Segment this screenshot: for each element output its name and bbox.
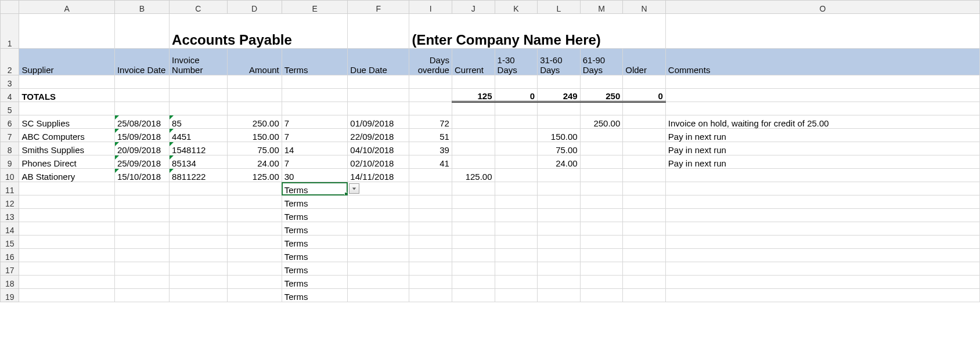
cell-invoice-number[interactable]: 85134	[170, 155, 228, 169]
data-validation-dropdown-button[interactable]	[349, 183, 359, 194]
cell-current[interactable]: 125.00	[452, 169, 495, 182]
cell-current[interactable]	[452, 115, 495, 129]
cell-due-date[interactable]: 04/10/2018	[348, 142, 409, 155]
cell-terms-placeholder[interactable]: Terms	[282, 236, 348, 249]
cell-supplier[interactable]: Smiths Supplies	[19, 142, 114, 155]
cell-supplier[interactable]: AB Stationery	[19, 169, 114, 182]
row-header-17[interactable]: 17	[1, 262, 19, 276]
spreadsheet-grid[interactable]: A B C D E F I J K L M N O 1 Accounts Pay…	[0, 0, 980, 302]
cell-current[interactable]	[452, 129, 495, 142]
totals-1-30[interactable]: 0	[495, 89, 538, 102]
cell-terms[interactable]: 30	[282, 169, 348, 182]
cell-terms-placeholder[interactable]: Terms	[282, 289, 348, 302]
header-invoice-date[interactable]: Invoice Date	[114, 49, 169, 75]
cell-supplier[interactable]: SC Supplies	[19, 115, 114, 129]
header-due-date[interactable]: Due Date	[348, 49, 409, 75]
cell-61-90[interactable]	[580, 129, 623, 142]
col-header-I[interactable]: I	[409, 1, 452, 14]
cell-older[interactable]	[623, 155, 666, 169]
cell-due-date[interactable]: 22/09/2018	[348, 129, 409, 142]
col-header-D[interactable]: D	[227, 1, 282, 14]
row-header-15[interactable]: 15	[1, 236, 19, 249]
cell-older[interactable]	[623, 129, 666, 142]
header-1-30-days[interactable]: 1-30 Days	[495, 49, 538, 75]
header-comments[interactable]: Comments	[665, 49, 979, 75]
col-header-N[interactable]: N	[623, 1, 666, 14]
cell-61-90[interactable]	[580, 169, 623, 182]
cell-older[interactable]	[623, 142, 666, 155]
cell-invoice-date[interactable]: 15/09/2018	[114, 129, 169, 142]
header-invoice-number[interactable]: Invoice Number	[170, 49, 228, 75]
cell-1-30[interactable]	[495, 169, 538, 182]
totals-label[interactable]: TOTALS	[19, 89, 114, 102]
cell-days-overdue[interactable]	[409, 169, 452, 182]
cell-31-60[interactable]: 24.00	[538, 155, 581, 169]
cell-terms-placeholder[interactable]: Terms	[282, 249, 348, 262]
col-header-K[interactable]: K	[495, 1, 538, 14]
col-header-M[interactable]: M	[580, 1, 623, 14]
col-header-J[interactable]: J	[452, 1, 495, 14]
cell-1-30[interactable]	[495, 155, 538, 169]
cell-31-60[interactable]	[538, 169, 581, 182]
totals-61-90[interactable]: 250	[580, 89, 623, 102]
cell-31-60[interactable]: 150.00	[538, 129, 581, 142]
cell-amount[interactable]: 250.00	[227, 115, 282, 129]
header-current[interactable]: Current	[452, 49, 495, 75]
row-header-18[interactable]: 18	[1, 276, 19, 289]
cell-A1[interactable]	[19, 14, 114, 49]
cell-days-overdue[interactable]: 51	[409, 129, 452, 142]
cell-due-date[interactable]: 14/11/2018	[348, 169, 409, 182]
cell-1-30[interactable]	[495, 129, 538, 142]
cell-31-60[interactable]: 75.00	[538, 142, 581, 155]
cell-amount[interactable]: 24.00	[227, 155, 282, 169]
cell-terms[interactable]: 7	[282, 129, 348, 142]
cell-B1[interactable]	[114, 14, 169, 49]
cell-invoice-number[interactable]: 8811222	[170, 169, 228, 182]
col-header-B[interactable]: B	[114, 1, 169, 14]
header-61-90-days[interactable]: 61-90 Days	[580, 49, 623, 75]
row-header-2[interactable]: 2	[1, 49, 19, 75]
sheet-title[interactable]: Accounts Payable	[170, 14, 348, 49]
header-31-60-days[interactable]: 31-60 Days	[538, 49, 581, 75]
cell-supplier[interactable]: Phones Direct	[19, 155, 114, 169]
cell-O1[interactable]	[665, 14, 979, 49]
row-header-4[interactable]: 4	[1, 89, 19, 102]
cell-invoice-number[interactable]: 1548112	[170, 142, 228, 155]
cell-days-overdue[interactable]: 41	[409, 155, 452, 169]
row-header-13[interactable]: 13	[1, 209, 19, 222]
col-header-F[interactable]: F	[348, 1, 409, 14]
col-header-O[interactable]: O	[665, 1, 979, 14]
cell-invoice-number[interactable]: 85	[170, 115, 228, 129]
cell-comments[interactable]: Pay in next run	[665, 155, 979, 169]
row-header-10[interactable]: 10	[1, 169, 19, 182]
header-supplier[interactable]: Supplier	[19, 49, 114, 75]
totals-current[interactable]: 125	[452, 89, 495, 102]
cell-61-90[interactable]	[580, 155, 623, 169]
row-header-14[interactable]: 14	[1, 222, 19, 236]
cell-invoice-number[interactable]: 4451	[170, 129, 228, 142]
cell-61-90[interactable]	[580, 142, 623, 155]
totals-older[interactable]: 0	[623, 89, 666, 102]
cell-amount[interactable]: 125.00	[227, 169, 282, 182]
cell-comments[interactable]	[665, 169, 979, 182]
totals-31-60[interactable]: 249	[538, 89, 581, 102]
row-header-19[interactable]: 19	[1, 289, 19, 302]
cell-days-overdue[interactable]: 72	[409, 115, 452, 129]
row-header-12[interactable]: 12	[1, 195, 19, 209]
cell-terms-placeholder[interactable]: Terms	[282, 262, 348, 276]
col-header-A[interactable]: A	[19, 1, 114, 14]
cell-invoice-date[interactable]: 25/09/2018	[114, 155, 169, 169]
row-header-1[interactable]: 1	[1, 14, 19, 49]
cell-terms-placeholder[interactable]: Terms	[282, 209, 348, 222]
company-name-title[interactable]: (Enter Company Name Here)	[409, 14, 665, 49]
cell-F1[interactable]	[348, 14, 409, 49]
cell-comments[interactable]: Pay in next run	[665, 142, 979, 155]
header-amount[interactable]: Amount	[227, 49, 282, 75]
row-header-8[interactable]: 8	[1, 142, 19, 155]
cell-older[interactable]	[623, 169, 666, 182]
cell-invoice-date[interactable]: 15/10/2018	[114, 169, 169, 182]
cell-invoice-date[interactable]: 25/08/2018	[114, 115, 169, 129]
cell-current[interactable]	[452, 155, 495, 169]
row-header-7[interactable]: 7	[1, 129, 19, 142]
cell-days-overdue[interactable]: 39	[409, 142, 452, 155]
